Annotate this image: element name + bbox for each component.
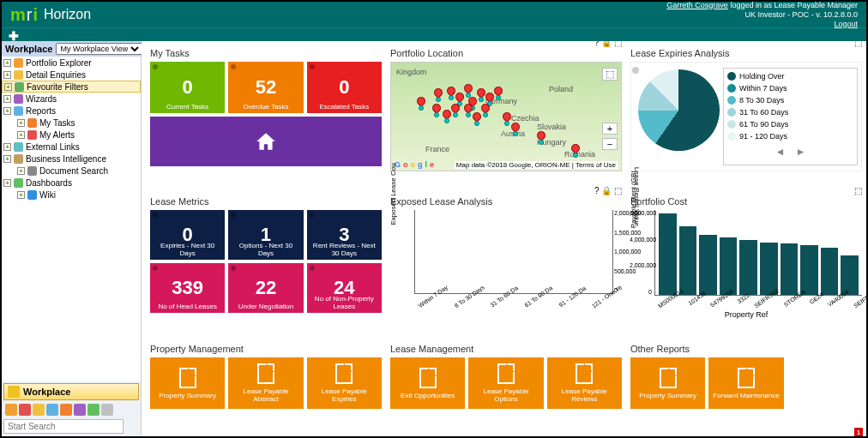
widget-actions[interactable]: ⬚ bbox=[854, 41, 862, 47]
tree-item[interactable]: +Reports bbox=[2, 105, 141, 117]
workplace-button[interactable]: Workplace bbox=[3, 383, 139, 400]
search-input[interactable] bbox=[3, 419, 124, 434]
expand-icon[interactable]: + bbox=[17, 119, 25, 127]
tree-label: External Links bbox=[26, 142, 80, 152]
metric-tile[interactable]: 52Overdue Tasks bbox=[228, 62, 303, 113]
expand-icon[interactable]: + bbox=[3, 59, 11, 67]
sub-toolbar: ✚ bbox=[2, 27, 866, 41]
node-icon bbox=[27, 130, 37, 140]
tool-icon[interactable] bbox=[87, 404, 99, 416]
report-tile[interactable]: Lease Payable Abstract bbox=[228, 357, 303, 409]
metric-tile[interactable]: 0Escalated Tasks bbox=[307, 62, 382, 113]
report-tile[interactable]: Property Summary bbox=[630, 357, 705, 409]
tree-item[interactable]: +Detail Enquiries bbox=[2, 69, 141, 81]
tool-icon[interactable] bbox=[60, 404, 72, 416]
tool-icon[interactable] bbox=[74, 404, 86, 416]
tool-icon[interactable] bbox=[46, 404, 58, 416]
tree-label: Portfolio Explorer bbox=[26, 58, 92, 68]
tile-dot-icon bbox=[153, 64, 158, 69]
widget-actions[interactable]: ? 🔒 ⬚ bbox=[594, 41, 622, 47]
document-icon bbox=[257, 363, 274, 384]
tree-item[interactable]: +Favourite Filters bbox=[2, 81, 141, 93]
report-tile[interactable]: Lease Payable Reviews bbox=[547, 357, 622, 409]
workplace-view-select[interactable]: My Workplace View bbox=[56, 43, 142, 55]
sidebar-title: Workplace My Workplace View ⟳ bbox=[2, 41, 141, 57]
tree-item[interactable]: +Business Intelligence bbox=[2, 153, 141, 165]
metric-tile[interactable]: 22Under Negotiation bbox=[228, 263, 303, 313]
tree-item[interactable]: +Wizards bbox=[2, 93, 141, 105]
node-icon bbox=[14, 142, 23, 152]
tile-dot-icon bbox=[310, 213, 315, 218]
legend-item: 31 To 60 Days bbox=[727, 108, 853, 117]
report-tile[interactable]: Lease Payable Options bbox=[468, 357, 543, 409]
scroll-right-icon[interactable]: ► bbox=[796, 146, 806, 158]
scroll-left-icon[interactable]: ◄ bbox=[775, 146, 786, 158]
tree-item[interactable]: +Portfolio Explorer bbox=[2, 57, 141, 69]
tree-label: Wizards bbox=[26, 94, 57, 104]
node-icon bbox=[14, 58, 23, 68]
node-icon bbox=[27, 166, 37, 176]
panel-title: Property Management bbox=[150, 344, 382, 354]
workplace-icon bbox=[8, 386, 20, 398]
panel-title: Portfolio Location bbox=[390, 48, 622, 58]
user-link[interactable]: Garreth Cosgrave bbox=[666, 1, 728, 9]
metric-tile[interactable]: 1Options - Next 30 Days bbox=[228, 210, 303, 260]
metric-tile[interactable]: 0Expiries - Next 30 Days bbox=[150, 210, 225, 260]
expand-icon[interactable]: + bbox=[3, 179, 11, 187]
expand-icon[interactable]: + bbox=[3, 107, 11, 115]
tree-label: Document Search bbox=[39, 166, 108, 176]
expand-icon[interactable]: + bbox=[3, 95, 11, 103]
document-icon bbox=[179, 368, 196, 388]
app-header: mri Horizon Garreth Cosgrave logged in a… bbox=[2, 2, 866, 27]
tool-icon[interactable] bbox=[101, 404, 113, 416]
metric-tile[interactable]: 24No of Non-Property Leases bbox=[307, 263, 382, 313]
map[interactable]: Kingdom Poland Germany France Czechia Au… bbox=[390, 62, 622, 171]
tree-label: My Tasks bbox=[39, 118, 75, 128]
tree-item[interactable]: +My Alerts bbox=[2, 129, 141, 141]
expand-icon[interactable]: + bbox=[4, 83, 12, 91]
map-zoom-out[interactable]: − bbox=[602, 138, 618, 150]
tool-icon[interactable] bbox=[19, 404, 31, 416]
tool-icon[interactable] bbox=[5, 404, 17, 416]
tool-icon[interactable] bbox=[33, 404, 45, 416]
panel-title: Lease Expiries Analysis bbox=[630, 48, 862, 58]
tree-item[interactable]: +Dashboards bbox=[2, 177, 141, 189]
home-tile[interactable] bbox=[150, 117, 382, 166]
alert-badge[interactable]: 1 bbox=[854, 428, 863, 436]
expand-icon[interactable]: + bbox=[17, 191, 25, 199]
tree-item[interactable]: +Wiki bbox=[2, 189, 141, 201]
report-tile[interactable]: Exit Opportunities bbox=[390, 357, 465, 409]
expand-icon[interactable]: + bbox=[3, 143, 11, 151]
node-icon bbox=[14, 154, 23, 164]
node-icon bbox=[14, 94, 23, 104]
document-icon bbox=[335, 363, 353, 384]
report-tile[interactable]: Lease Payable Expiries bbox=[307, 357, 382, 409]
report-tile[interactable]: Forward Maintenance bbox=[708, 357, 783, 409]
tree-item[interactable]: +Document Search bbox=[2, 165, 141, 177]
tree-label: Business Intelligence bbox=[26, 154, 106, 164]
tree-item[interactable]: +My Tasks bbox=[2, 117, 141, 129]
tree-item[interactable]: +External Links bbox=[2, 141, 141, 153]
tree-label: Reports bbox=[26, 106, 56, 116]
expand-icon[interactable]: + bbox=[3, 155, 11, 163]
expand-icon[interactable]: + bbox=[17, 167, 25, 175]
expand-icon[interactable]: + bbox=[17, 131, 25, 139]
metric-tile[interactable]: 339No of Head Leases bbox=[150, 263, 225, 313]
expand-icon[interactable]: + bbox=[3, 71, 11, 79]
logout-link[interactable]: Logout bbox=[834, 20, 858, 28]
app-name: Horizon bbox=[44, 7, 91, 22]
panel-title: Portfolio Cost bbox=[630, 196, 862, 207]
map-expand-icon[interactable]: ⬚ bbox=[602, 68, 618, 81]
document-icon bbox=[419, 368, 437, 388]
panel-title: Exposed Lease Analysis bbox=[390, 196, 622, 207]
legend-item: Holding Over bbox=[727, 72, 853, 81]
widget-actions[interactable]: ? 🔒 ⬚ bbox=[594, 186, 622, 195]
widget-actions[interactable]: ⬚ bbox=[854, 186, 862, 195]
map-zoom-in[interactable]: + bbox=[602, 123, 618, 135]
metric-tile[interactable]: 0Current Tasks bbox=[150, 62, 225, 113]
metric-tile[interactable]: 3Rent Reviews - Next 30 Days bbox=[307, 210, 382, 260]
tile-dot-icon bbox=[231, 266, 236, 271]
user-info: Garreth Cosgrave logged in as Lease Paya… bbox=[666, 1, 858, 29]
status-bar: 1 bbox=[854, 428, 863, 436]
report-tile[interactable]: Property Summary bbox=[150, 357, 225, 409]
